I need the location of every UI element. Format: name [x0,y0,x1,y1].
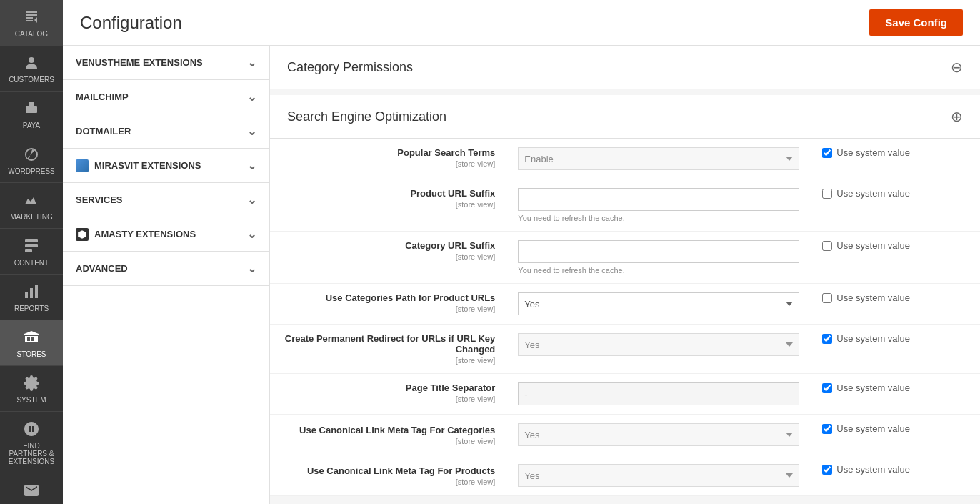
accordion-header-services[interactable]: SERVICES ⌄ [63,183,269,217]
table-row: Category URL Suffix [store view] You nee… [270,232,980,284]
sidebar-item-paya[interactable]: PAYA [0,92,63,137]
sidebar-item-customers[interactable]: CUSTOMERS [0,46,63,92]
accordion-header-dotmailer[interactable]: DOTMAILER ⌄ [63,114,269,148]
use-system-value-popular-search-checkbox[interactable] [822,148,832,158]
use-system-value-categories-path[interactable]: Use system value [822,292,969,303]
use-system-value-canonical-categories-checkbox[interactable] [822,424,832,434]
use-system-value-product-url-checkbox[interactable] [822,189,832,199]
product-url-suffix-input[interactable] [518,188,799,211]
accordion-label-venustheme: VENUSTHEME EXTENSIONS [76,57,203,68]
accordion-header-venustheme[interactable]: VENUSTHEME EXTENSIONS ⌄ [63,46,269,79]
table-row: Use Canonical Link Meta Tag For Categori… [270,415,980,455]
use-system-value-page-title-sep-checkbox[interactable] [822,383,832,393]
amasty-icon [76,228,89,241]
accordion-header-mailchimp[interactable]: MAILCHIMP ⌄ [63,80,269,114]
sidebar-item-stores-label: STORES [17,350,46,358]
main-content: Configuration Save Config VENUSTHEME EXT… [63,0,980,504]
page-header: Configuration Save Config [63,0,980,46]
accordion-mailchimp: MAILCHIMP ⌄ [63,80,269,114]
sidebar-item-reports[interactable]: REPORTS [0,275,63,320]
accordion-label-services: SERVICES [76,194,123,205]
category-permissions-toggle[interactable]: ⊖ [951,59,963,76]
sidebar-item-catalog-label: CATALOG [15,30,48,38]
category-url-suffix-input[interactable] [518,240,799,263]
use-system-value-page-title-sep[interactable]: Use system value [822,382,969,393]
sidebar-item-stores[interactable]: STORES [0,320,63,366]
left-panel: VENUSTHEME EXTENSIONS ⌄ MAILCHIMP ⌄ DOTM… [63,46,270,504]
use-system-value-popular-search[interactable]: Use system value [822,147,969,158]
accordion-venustheme: VENUSTHEME EXTENSIONS ⌄ [63,46,269,80]
sidebar-item-customers-label: CUSTOMERS [9,76,54,84]
use-system-value-permanent-redirect[interactable]: Use system value [822,333,969,344]
field-sublabel-page-title-sep: [store view] [281,395,495,403]
field-label-use-categories-path: Use Categories Path for Product URLs [281,292,495,303]
accordion-header-mirasvit[interactable]: MIRASVIT EXTENSIONS ⌄ [63,149,269,182]
category-permissions-title: Category Permissions [287,60,413,75]
use-system-value-product-url[interactable]: Use system value [822,188,969,199]
use-system-value-canonical-products-checkbox[interactable] [822,465,832,475]
permanent-redirect-select[interactable]: Yes No [518,333,799,356]
use-system-value-categories-path-checkbox[interactable] [822,293,832,303]
use-system-value-label-5: Use system value [836,333,910,344]
use-system-value-canonical-categories[interactable]: Use system value [822,423,969,434]
content-icon [21,236,41,256]
sidebar-item-mailchimp[interactable]: MAILCHIMP [0,473,63,504]
chevron-down-icon-2: ⌄ [247,90,256,104]
accordion-header-advanced[interactable]: ADVANCED ⌄ [63,252,269,285]
sidebar-item-paya-label: PAYA [23,122,40,129]
customers-icon [21,53,41,73]
chevron-down-icon-6: ⌄ [247,227,256,241]
field-sublabel-canonical-categories: [store view] [281,437,495,445]
use-system-value-category-url[interactable]: Use system value [822,240,969,251]
sidebar-item-catalog[interactable]: CATALOG [0,0,63,46]
field-sublabel-permanent-redirect: [store view] [281,356,495,365]
accordion-mirasvit: MIRASVIT EXTENSIONS ⌄ [63,149,269,183]
paya-icon [21,99,41,119]
catalog-icon [21,7,41,27]
svg-rect-2 [25,239,38,242]
use-system-value-label-2: Use system value [836,188,910,199]
use-system-value-canonical-products[interactable]: Use system value [822,464,969,475]
use-categories-path-select[interactable]: Yes No [518,292,799,315]
accordion-label-amasty: AMASTY EXTENSIONS [94,229,196,239]
svg-rect-7 [35,285,38,298]
popular-search-terms-select[interactable]: Enable Disable [518,147,799,170]
reports-icon [21,282,41,302]
use-system-value-label-7: Use system value [836,423,910,434]
field-sublabel-popular-search: [store view] [281,159,495,168]
sidebar-item-wordpress[interactable]: WORDPRESS [0,137,63,183]
category-permissions-section: Category Permissions ⊖ [270,46,980,89]
use-system-value-permanent-redirect-checkbox[interactable] [822,334,832,344]
use-system-value-label: Use system value [836,147,910,158]
seo-header: Search Engine Optimization ⊕ [270,95,980,139]
field-label-canonical-categories: Use Canonical Link Meta Tag For Categori… [281,425,495,435]
seo-settings-table: Popular Search Terms [store view] Enable… [270,139,980,496]
field-label-page-title-sep: Page Title Separator [281,382,495,393]
wordpress-icon [21,144,41,164]
sidebar-item-find-partners[interactable]: FIND PARTNERS & EXTENSIONS [0,412,63,473]
accordion-advanced: ADVANCED ⌄ [63,252,269,286]
seo-section: Search Engine Optimization ⊕ Popular Sea… [270,95,980,496]
svg-rect-3 [25,244,38,247]
stores-icon [21,327,41,347]
field-label-category-url: Category URL Suffix [281,240,495,251]
field-label-permanent-redirect: Create Permanent Redirect for URLs if UR… [281,333,495,355]
field-label-canonical-products: Use Canonical Link Meta Tag For Products [281,465,495,476]
use-system-value-label-4: Use system value [836,292,910,303]
svg-rect-5 [25,292,28,298]
page-title-separator-input [518,382,799,405]
chevron-down-icon: ⌄ [247,56,256,69]
canonical-products-select[interactable]: Yes No [518,464,799,487]
save-config-button[interactable]: Save Config [869,9,963,36]
sidebar-item-content[interactable]: CONTENT [0,229,63,275]
use-system-value-category-url-checkbox[interactable] [822,241,832,251]
seo-title: Search Engine Optimization [287,109,446,124]
seo-toggle[interactable]: ⊕ [951,108,963,125]
accordion-dotmailer: DOTMAILER ⌄ [63,114,269,149]
sidebar-item-marketing[interactable]: MARKETING [0,183,63,229]
field-label-popular-search: Popular Search Terms [281,147,495,158]
page-title: Configuration [80,13,182,33]
sidebar-item-system[interactable]: SYSTEM [0,366,63,412]
canonical-categories-select[interactable]: Yes No [518,423,799,446]
accordion-header-amasty[interactable]: AMASTY EXTENSIONS ⌄ [63,217,269,251]
